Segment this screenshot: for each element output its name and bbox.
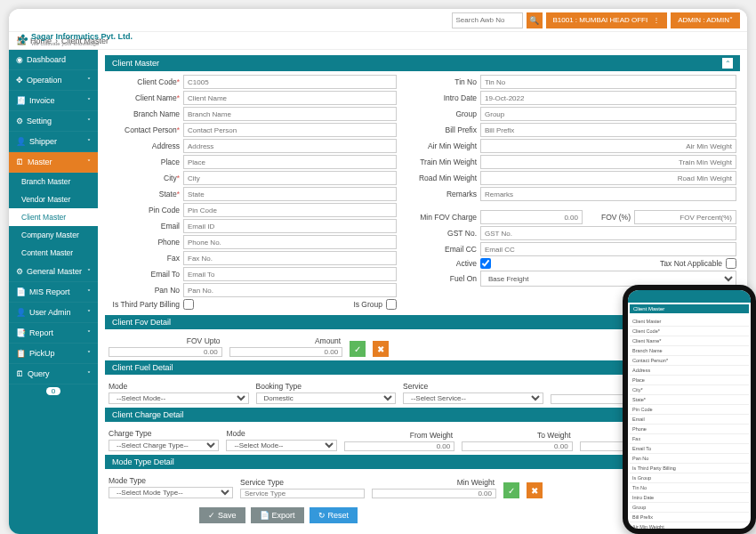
chevron-down-icon: ˅ [87,268,91,276]
export-button[interactable]: 📄 Export [251,507,304,523]
mode-type-select[interactable]: --Select Mode Type-- [109,487,233,498]
from-weight-input[interactable] [344,441,454,451]
is-group-checkbox[interactable] [386,299,397,310]
sidebar-item-operation[interactable]: ✥Operation˅ [9,70,98,91]
phone-row: Is Third Party Billing [630,464,749,473]
contact-input[interactable] [183,123,397,137]
sidebar-item-query[interactable]: 🗓Query˅ [9,364,98,384]
collapse-icon[interactable]: ⌃ [722,58,733,69]
sidebar-sub-client-master[interactable]: Client Master [9,208,98,226]
chevron-down-icon: ˅ [87,138,91,146]
phone-row: Pan No [630,454,749,464]
branch-input[interactable] [183,107,397,121]
city-input[interactable] [183,171,397,185]
fov-amount-input[interactable] [229,347,343,357]
phone-row: Client Code* [630,327,749,336]
mode-delete-button[interactable]: ✖ [527,482,543,498]
email-input[interactable] [183,219,397,233]
fov-upto-input[interactable] [109,347,222,357]
active-checkbox[interactable] [480,258,491,269]
branch-selector[interactable]: B1001 : MUMBAI HEAD OFFI ⋮ [546,12,668,28]
sidebar-item-shipper[interactable]: 👤Shipper˅ [9,132,98,152]
phone-row: Email [630,415,749,425]
gst-input[interactable] [480,226,736,240]
airmin-input[interactable] [480,139,736,153]
state-input[interactable] [183,187,397,201]
name-input[interactable] [183,91,397,105]
shipper-icon: 👤 [16,137,26,146]
third-party-checkbox[interactable] [183,299,194,310]
sidebar-item-pickup[interactable]: 📋PickUp˅ [9,344,98,364]
label-address: Address [109,142,180,150]
place-input[interactable] [183,155,397,169]
fuel-service-select[interactable]: --Select Service-- [403,392,543,404]
label-remarks: Remarks [406,190,477,198]
search-input[interactable] [452,12,523,28]
label-code: Client Code [109,77,180,86]
service-type-input[interactable] [240,489,365,498]
search-button[interactable]: 🔍 [527,12,543,28]
charge-type-select[interactable]: --Select Charge Type-- [109,440,219,451]
sidebar-item-mis-report[interactable]: 📄MIS Report˅ [9,282,98,303]
sidebar-item-master[interactable]: 🗓 Master ˅ [9,152,98,173]
min-weight-input[interactable] [372,489,496,498]
emailcc-input[interactable] [480,242,736,256]
phone-row: State* [630,395,749,405]
label-name: Client Name [109,93,180,102]
mode-confirm-button[interactable]: ✓ [503,482,519,498]
client-form: Client CodeClient NameBranch NameContact… [105,75,740,315]
intro-input[interactable] [480,91,736,105]
phone-row: Fax [630,434,749,444]
phone-input[interactable] [183,235,397,249]
save-button[interactable]: ✓ Save [199,507,245,523]
sidebar-sub-branch-master[interactable]: Branch Master [9,173,98,190]
fax-input[interactable] [183,251,397,265]
sidebar-sub-vendor-master[interactable]: Vendor Master [9,190,98,208]
fuel-mode-select[interactable]: --Select Mode-- [109,392,249,404]
remarks-input[interactable] [480,187,736,201]
sidebar-item-report[interactable]: 📑Report˅ [9,323,98,344]
setting-icon: ⚙ [16,117,23,125]
group-input[interactable] [480,107,736,121]
sidebar-sub-content-master[interactable]: Content Master [9,244,98,262]
pin-input[interactable] [183,203,397,217]
to-weight-input[interactable] [462,441,572,451]
fovpct-input[interactable] [634,210,736,224]
label-city: City [109,174,180,182]
reset-button[interactable]: ↻ Reset [310,507,358,523]
fuel-booking-select[interactable]: Domestic [256,392,397,404]
mobile-preview: Client Master Client MasterClient Code*C… [623,285,756,534]
emailto-input[interactable] [183,267,397,281]
fov-confirm-button[interactable]: ✓ [350,341,366,357]
trainmin-input[interactable] [480,155,736,169]
phone-row: Bill Prefix [630,513,749,522]
sidebar-item-setting[interactable]: ⚙Setting˅ [9,111,98,132]
sidebar-item-general-master[interactable]: ⚙General Master˅ [9,262,98,282]
admin-menu[interactable]: ADMIN : ADMIN ˅ [671,12,740,28]
sidebar-item-user-admin[interactable]: 👤User Admin˅ [9,303,98,323]
tax-na-checkbox[interactable] [726,258,736,269]
phone-row: Address [630,366,749,376]
prefix-input[interactable] [480,123,736,137]
phone-row: Client Master [630,317,749,327]
chevron-down-icon: ˅ [87,288,91,296]
fov-delete-button[interactable]: ✖ [373,341,389,357]
phone-row: Intro Date [630,493,749,503]
operation-icon: ✥ [16,76,23,85]
phone-row: Air Min Weight [630,522,749,529]
sidebar-item-dashboard[interactable]: ◉Dashboard [9,50,98,70]
label-airmin: Air Min Weight [406,142,477,150]
sidebar-item-invoice[interactable]: 🧾Invoice˅ [9,91,98,111]
notification-badge: 0 [46,387,60,395]
phone-row: Tin No [630,483,749,493]
charge-mode-select[interactable]: --Select Mode-- [226,440,336,451]
sidebar: ◉Dashboard✥Operation˅🧾Invoice˅⚙Setting˅👤… [9,50,98,534]
minfov-input[interactable] [480,210,583,224]
code-input[interactable] [183,75,397,89]
sidebar-sub-company-master[interactable]: Company Master [9,226,98,244]
chevron-down-icon: ˅ [87,77,91,85]
pan-input[interactable] [183,283,397,297]
address-input[interactable] [183,139,397,153]
tin-input[interactable] [480,75,736,89]
roadmin-input[interactable] [480,171,736,185]
